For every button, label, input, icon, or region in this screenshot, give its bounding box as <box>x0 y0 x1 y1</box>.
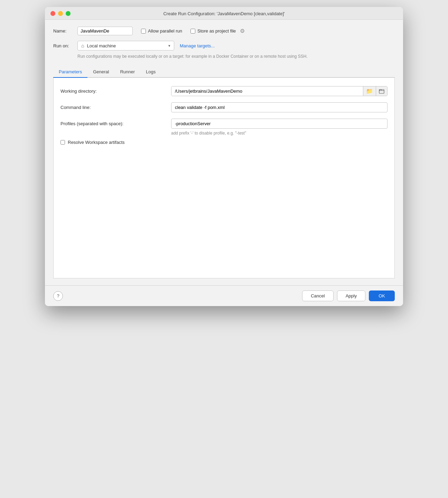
run-on-label: Run on: <box>53 43 77 48</box>
resolve-workspace-label: Resolve Workspace artifacts <box>68 140 125 145</box>
tab-runner[interactable]: Runner <box>114 66 140 78</box>
use-module-dir-button[interactable] <box>376 86 387 96</box>
tabs-bar: Parameters General Runner Logs <box>53 66 395 78</box>
tab-parameters[interactable]: Parameters <box>53 66 87 78</box>
manage-targets-link[interactable]: Manage targets... <box>180 43 215 48</box>
cancel-button[interactable]: Cancel <box>302 290 333 301</box>
name-input[interactable] <box>77 27 133 35</box>
store-project-label: Store as project file <box>197 28 236 34</box>
dialog-content: Name: Allow parallel run Store as projec… <box>45 20 403 285</box>
home-icon: ⌂ <box>81 43 84 48</box>
titlebar: Create Run Configuration: 'JavaMavenDemo… <box>45 7 403 20</box>
gear-icon[interactable]: ⚙ <box>240 28 245 34</box>
profiles-hint: add prefix '-' to disable profile, e.g. … <box>171 131 388 136</box>
name-row: Name: Allow parallel run Store as projec… <box>53 27 395 35</box>
tab-general[interactable]: General <box>87 66 114 78</box>
working-dir-input[interactable] <box>171 86 363 96</box>
apply-button[interactable]: Apply <box>337 290 366 301</box>
allow-parallel-checkbox[interactable] <box>141 29 146 34</box>
command-line-input[interactable] <box>171 102 388 112</box>
working-dir-row: Working directory: 📁 <box>60 86 388 96</box>
profiles-row: Profiles (separated with space): <box>60 119 388 129</box>
tab-logs[interactable]: Logs <box>140 66 161 78</box>
footer: ? Cancel Apply OK <box>45 285 403 306</box>
name-label: Name: <box>53 28 77 34</box>
command-line-row: Command line: <box>60 102 388 112</box>
store-project-group: Store as project file ⚙ <box>190 28 245 34</box>
ok-button[interactable]: OK <box>369 290 395 301</box>
run-on-dropdown[interactable]: ⌂ Local machine ▾ <box>77 41 174 50</box>
minimize-button[interactable] <box>58 11 63 16</box>
run-on-value: Local machine <box>87 43 166 48</box>
command-line-label: Command line: <box>60 105 171 110</box>
dialog-title: Create Run Configuration: 'JavaMavenDemo… <box>163 11 284 16</box>
profiles-input[interactable] <box>171 119 388 129</box>
help-button[interactable]: ? <box>53 291 63 301</box>
run-on-row: Run on: ⌂ Local machine ▾ Manage targets… <box>53 41 395 50</box>
browse-folder-button[interactable]: 📁 <box>363 86 376 96</box>
working-dir-input-wrap: 📁 <box>171 86 388 96</box>
close-button[interactable] <box>50 11 55 16</box>
help-icon: ? <box>57 293 59 298</box>
parameters-panel: Working directory: 📁 Command line: <box>53 78 395 278</box>
resolve-workspace-checkbox[interactable] <box>60 140 65 145</box>
allow-parallel-group: Allow parallel run <box>141 28 182 34</box>
store-project-checkbox[interactable] <box>190 29 195 34</box>
dialog: Create Run Configuration: 'JavaMavenDemo… <box>45 7 403 306</box>
allow-parallel-label: Allow parallel run <box>148 28 182 34</box>
working-dir-label: Working directory: <box>60 89 171 94</box>
footer-buttons: Cancel Apply OK <box>302 290 395 301</box>
profiles-label: Profiles (separated with space): <box>60 121 171 126</box>
run-on-hint: Run configurations may be executed local… <box>77 53 395 59</box>
chevron-down-icon: ▾ <box>168 44 170 48</box>
maximize-button[interactable] <box>66 11 71 16</box>
window-controls <box>50 11 71 16</box>
resolve-workspace-row: Resolve Workspace artifacts <box>60 140 388 145</box>
